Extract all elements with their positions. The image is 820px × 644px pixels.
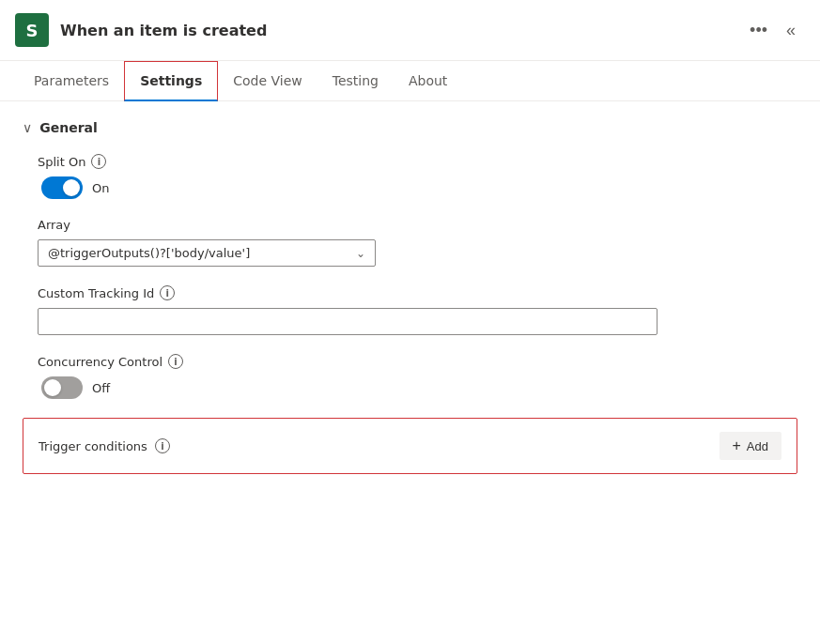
more-options-icon: ••• [750,21,767,40]
split-on-toggle-thumb [63,179,80,196]
collapse-icon: « [786,21,796,40]
collapse-button[interactable]: « [781,17,801,44]
array-label: Array [38,218,797,232]
section-general-header[interactable]: ∨ General [23,120,797,135]
header-left: S When an item is created [15,13,267,47]
concurrency-control-info-icon[interactable]: i [168,354,183,369]
section-chevron: ∨ [23,120,32,135]
array-group: Array @triggerOutputs()?['body/value'] ⌄ [23,218,797,267]
split-on-label: Split On i [38,154,797,169]
tabs: Parameters Settings Code View Testing Ab… [0,61,820,101]
trigger-conditions-left: Trigger conditions i [39,438,170,453]
tab-settings[interactable]: Settings [124,61,218,101]
add-trigger-condition-button[interactable]: + Add [719,432,781,460]
panel: S When an item is created ••• « Paramete… [0,0,820,644]
array-dropdown[interactable]: @triggerOutputs()?['body/value'] ⌄ [38,239,376,267]
trigger-conditions-label: Trigger conditions [39,439,147,453]
tab-parameters[interactable]: Parameters [19,62,124,101]
split-on-group: Split On i On [23,154,797,199]
custom-tracking-id-group: Custom Tracking Id i [23,285,797,335]
custom-tracking-id-input[interactable] [38,308,658,335]
split-on-toggle-row: On [38,176,797,199]
tab-code-view[interactable]: Code View [218,62,317,101]
tab-testing[interactable]: Testing [317,62,394,101]
custom-tracking-id-info-icon[interactable]: i [160,285,175,300]
header: S When an item is created ••• « [0,0,820,61]
concurrency-control-toggle-thumb [44,379,61,396]
concurrency-control-label: Concurrency Control i [38,354,797,369]
app-icon: S [15,13,49,47]
split-on-toggle-label: On [92,181,109,195]
section-title: General [39,120,98,135]
array-dropdown-chevron-icon: ⌄ [356,247,365,260]
split-on-info-icon[interactable]: i [91,154,106,169]
trigger-conditions-info-icon[interactable]: i [155,438,170,453]
tab-about[interactable]: About [394,62,462,101]
header-title: When an item is created [60,22,267,39]
add-button-label: Add [747,439,768,453]
content: ∨ General Split On i On Array @triggerOu… [0,101,820,644]
split-on-toggle[interactable] [41,176,83,199]
concurrency-control-toggle-row: Off [38,376,797,399]
concurrency-control-group: Concurrency Control i Off [23,354,797,399]
add-icon: + [733,437,741,454]
header-right: ••• « [744,17,801,44]
custom-tracking-id-label: Custom Tracking Id i [38,285,797,300]
more-options-button[interactable]: ••• [744,17,773,44]
concurrency-control-toggle[interactable] [41,376,83,399]
array-dropdown-value: @triggerOutputs()?['body/value'] [48,246,250,260]
concurrency-control-toggle-label: Off [92,381,110,395]
trigger-conditions-row: Trigger conditions i + Add [23,418,797,474]
